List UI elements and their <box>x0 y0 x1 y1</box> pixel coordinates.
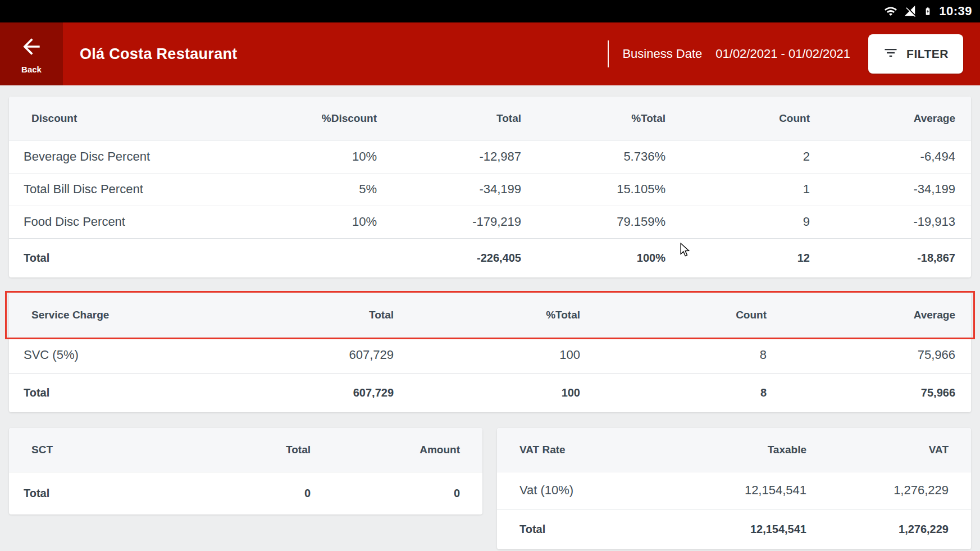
table-row: Vat (10%)12,154,5411,276,229 <box>497 472 971 509</box>
column-header: Total <box>384 97 528 140</box>
header-row: VAT RateTaxableVAT <box>497 428 971 472</box>
column-header: Count <box>587 293 773 337</box>
battery-charging-icon <box>923 4 932 19</box>
total-cell: Total <box>9 238 239 277</box>
column-header: VAT <box>813 428 971 472</box>
column-header: VAT Rate <box>497 428 660 472</box>
service-charge-table: Service ChargeTotal%TotalCountAverageSVC… <box>9 293 971 412</box>
cell: -19,913 <box>817 206 971 238</box>
status-time: 10:39 <box>939 4 972 19</box>
cell: 10% <box>239 206 384 238</box>
cell: 79.159% <box>528 206 672 238</box>
header-row: SCTTotalAmount <box>9 428 482 472</box>
cell: 1 <box>672 173 817 206</box>
total-cell: 100% <box>528 238 672 277</box>
cell: 100 <box>400 337 587 373</box>
cell: 5.736% <box>528 140 672 173</box>
cell: 1,276,229 <box>813 472 971 509</box>
bottom-row: SCTTotalAmountTotal00 VAT RateTaxableVAT… <box>9 428 971 549</box>
app-bar-right: Business Date 01/02/2021 - 01/02/2021 FI… <box>608 34 980 74</box>
business-date-value[interactable]: 01/02/2021 - 01/02/2021 <box>715 47 850 61</box>
cell: -6,494 <box>817 140 971 173</box>
cell: -34,199 <box>817 173 971 206</box>
cell: 9 <box>672 206 817 238</box>
total-cell: 75,966 <box>773 373 971 412</box>
cell: SVC (5%) <box>9 337 214 373</box>
cell: -12,987 <box>384 140 528 173</box>
filter-icon <box>883 45 899 63</box>
cell: 15.105% <box>528 173 672 206</box>
app-bar: Back Olá Costa Restaurant Business Date … <box>0 22 980 85</box>
table-row: Total Bill Disc Percent5%-34,19915.105%1… <box>9 173 971 206</box>
cell: 75,966 <box>773 337 971 373</box>
column-header: %Total <box>528 97 672 140</box>
column-header: Discount <box>9 97 239 140</box>
total-cell: 12 <box>672 238 817 277</box>
table-row: Food Disc Percent10%-179,21979.159%9-19,… <box>9 206 971 238</box>
total-cell: -226,405 <box>384 238 528 277</box>
column-header: SCT <box>9 428 169 472</box>
cell: 2 <box>672 140 817 173</box>
cell: Food Disc Percent <box>9 206 239 238</box>
total-cell: 8 <box>587 373 773 412</box>
sct-table: SCTTotalAmountTotal00 <box>9 428 482 514</box>
discount-table-card: Discount%DiscountTotal%TotalCountAverage… <box>9 97 971 277</box>
vertical-divider <box>608 40 609 67</box>
column-header: Taxable <box>660 428 813 472</box>
cell: 12,154,541 <box>660 472 813 509</box>
cell: 10% <box>239 140 384 173</box>
cell: 8 <box>587 337 773 373</box>
wifi-icon <box>884 4 897 18</box>
no-signal-icon <box>904 5 917 17</box>
total-cell: 0 <box>169 472 317 514</box>
total-cell: Total <box>9 472 169 514</box>
filter-label: FILTER <box>906 47 949 61</box>
back-button[interactable]: Back <box>0 22 63 85</box>
total-cell: 0 <box>317 472 482 514</box>
service-charge-section: Service ChargeTotal%TotalCountAverageSVC… <box>9 293 971 412</box>
status-bar: 10:39 <box>0 0 980 22</box>
total-row: Total607,729100875,966 <box>9 373 971 412</box>
sct-table-card: SCTTotalAmountTotal00 <box>9 428 482 514</box>
column-header: %Discount <box>239 97 384 140</box>
page-title: Olá Costa Restaurant <box>80 45 238 63</box>
cell: Vat (10%) <box>497 472 660 509</box>
column-header: Amount <box>317 428 482 472</box>
cell: 607,729 <box>214 337 400 373</box>
header-row: Discount%DiscountTotal%TotalCountAverage <box>9 97 971 140</box>
column-header: %Total <box>400 293 587 337</box>
screen: 10:39 Back Olá Costa Restaurant Business… <box>0 0 980 551</box>
discount-table: Discount%DiscountTotal%TotalCountAverage… <box>9 97 971 277</box>
vat-table-card: VAT RateTaxableVATVat (10%)12,154,5411,2… <box>497 428 971 549</box>
service-charge-table-card: Service ChargeTotal%TotalCountAverageSVC… <box>9 293 971 412</box>
total-cell: 12,154,541 <box>660 509 813 549</box>
total-cell: 607,729 <box>214 373 400 412</box>
vat-table: VAT RateTaxableVATVat (10%)12,154,5411,2… <box>497 428 971 549</box>
cell: 5% <box>239 173 384 206</box>
total-row: Total-226,405100%12-18,867 <box>9 238 971 277</box>
column-header: Total <box>214 293 400 337</box>
column-header: Count <box>672 97 817 140</box>
cell: -34,199 <box>384 173 528 206</box>
column-header: Total <box>169 428 317 472</box>
filter-button[interactable]: FILTER <box>868 34 963 74</box>
total-cell: Total <box>9 373 214 412</box>
column-header: Average <box>817 97 971 140</box>
total-cell: 100 <box>400 373 587 412</box>
table-row: Beverage Disc Percent10%-12,9875.736%2-6… <box>9 140 971 173</box>
cell: Beverage Disc Percent <box>9 140 239 173</box>
total-row: Total00 <box>9 472 482 514</box>
header-row: Service ChargeTotal%TotalCountAverage <box>9 293 971 337</box>
back-label: Back <box>21 65 42 74</box>
total-cell: Total <box>497 509 660 549</box>
total-cell <box>239 238 384 277</box>
total-cell: -18,867 <box>817 238 971 277</box>
back-arrow-icon <box>17 34 46 61</box>
column-header: Average <box>773 293 971 337</box>
total-cell: 1,276,229 <box>813 509 971 549</box>
total-row: Total12,154,5411,276,229 <box>497 509 971 549</box>
column-header: Service Charge <box>9 293 214 337</box>
cell: Total Bill Disc Percent <box>9 173 239 206</box>
business-date-label: Business Date <box>622 47 702 61</box>
cell: -179,219 <box>384 206 528 238</box>
